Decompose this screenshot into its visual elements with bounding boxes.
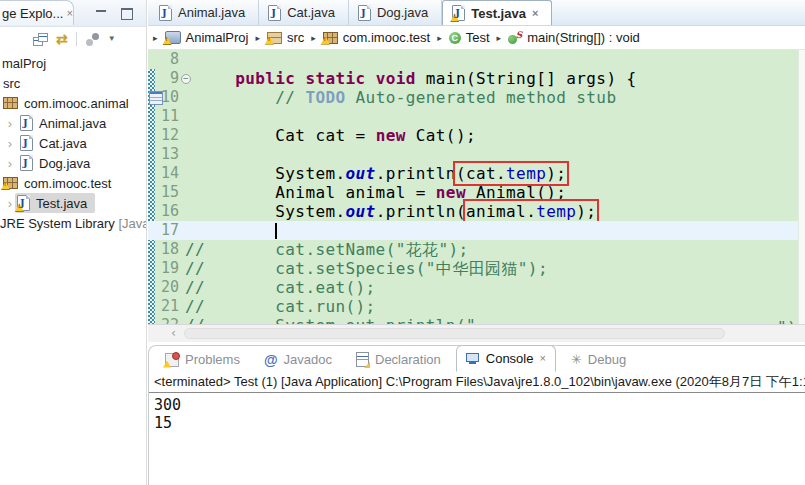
line-number: 13 [148,145,179,164]
code-token: new [376,126,406,145]
tree-item-cat-java[interactable]: ›Cat.java [0,133,146,153]
code-line-10[interactable]: 10 // TODO Auto-generated method stub [148,88,805,107]
bottom-tab-label: Problems [185,352,240,367]
bottom-tab-problems[interactable]: Problems [156,347,249,372]
breadcrumb-item-main-string-void[interactable]: main(String[]) : void [508,30,640,45]
line-number: 20 [148,278,179,297]
editor-tab-cat-java[interactable]: Cat.java [259,0,349,25]
console-icon [466,353,480,365]
src-folder-icon [267,32,282,44]
jfile-icon [20,115,33,131]
code-token: System. [185,202,346,221]
bottom-tab-label: Console [486,351,534,366]
editor-tab-label: Dog.java [377,5,428,20]
tree-item-malproj[interactable]: malProj [0,53,146,73]
close-icon[interactable]: × [532,8,538,19]
package-explorer-view-tab[interactable]: ge Explo... × [0,0,74,25]
code-token: Animal animal = [185,183,436,202]
collapse-all-icon[interactable] [33,33,48,46]
code-line-16[interactable]: 16 System.out.println(animal.temp); [148,202,805,221]
code-token [185,88,275,107]
horizontal-scrollbar[interactable]: ‹ [148,324,805,342]
problems-icon [165,353,179,367]
code-token: Animal(); [466,183,566,202]
code-line-11[interactable]: 11 [148,107,805,126]
breadcrumb-label: main(String[]) : void [527,30,640,45]
breadcrumb-item-test[interactable]: CTest [449,30,490,45]
scroll-left-icon[interactable]: ‹ [170,326,178,340]
code-token: ); [576,202,596,221]
bottom-tab-console[interactable]: Console× [456,345,556,372]
warning-overlay-icon [265,36,274,45]
focus-icon[interactable] [85,33,100,46]
code-line-20[interactable]: 20// cat.eat(); [148,278,805,297]
code-line-19[interactable]: 19// cat.setSpecies("中华田园猫"); [148,259,805,278]
breadcrumb-item-src[interactable]: src [267,30,304,45]
fold-marker-icon[interactable]: − [181,74,191,84]
editor-tab-animal-java[interactable]: Animal.java [150,0,259,25]
minimize-icon[interactable] [96,9,106,19]
package-icon [3,97,18,109]
maximize-icon[interactable] [121,8,133,20]
code-token: temp [536,202,576,221]
view-window-buttons [96,7,133,20]
tree-item-test-java[interactable]: ›Test.java [0,193,146,213]
static-method-icon [508,31,522,44]
tree-item-label: Animal.java [39,116,106,131]
javadoc-icon: @ [264,353,278,367]
code-token: .println [376,164,456,183]
code-token: Cat cat = [185,126,376,145]
bottom-tab-declaration[interactable]: Declaration [347,347,450,372]
jfile-icon [20,155,33,171]
eclipse-window: { "package_explorer": { "title": "ge Exp… [0,0,805,485]
tree-item-decoration: [Java [115,216,146,231]
code-line-15[interactable]: 15 Animal animal = new Animal(); [148,183,805,202]
breadcrumb-item-animalproj[interactable]: AnimalProj [165,30,249,45]
code-token: ( [456,202,466,221]
code-line-18[interactable]: 18// cat.setName("花花"); [148,240,805,259]
code-token: // cat.eat(); [185,278,376,297]
tree-item-com-imooc-animal[interactable]: com.imooc.animal [0,93,146,113]
code-token: TODO [305,88,345,107]
code-line-13[interactable]: 13 [148,145,805,164]
code-editor[interactable]: 89− public static void main(String[] arg… [148,50,805,342]
scrollbar-thumb[interactable] [184,328,725,339]
link-with-editor-icon[interactable]: ⇄ [56,32,68,46]
code-token: // cat.setSpecies("中华田园猫"); [185,259,548,278]
close-icon[interactable]: × [67,8,73,19]
panel-sash[interactable] [146,0,147,485]
bottom-tab-debug[interactable]: ✳Debug [562,347,635,372]
code-line-8[interactable]: 8 [148,50,805,69]
chevron-icon: › [5,117,15,130]
bottom-tab-javadoc[interactable]: @Javadoc [255,347,341,372]
package-icon [3,177,18,189]
task-marker-icon [149,91,163,105]
code-token: System. [185,164,346,183]
tree-item-src[interactable]: src [0,73,146,93]
warning-overlay-icon [163,36,172,45]
editor-tab-dog-java[interactable]: Dog.java [349,0,442,25]
breadcrumb-label: com.imooc.test [343,30,430,45]
code-token: (cat. [456,164,506,183]
view-menu-icon[interactable]: ▼ [108,35,116,43]
code-line-14[interactable]: 14 System.out.println(cat.temp); [148,164,805,183]
package-explorer-toolbar: ⇄ ▼ [0,27,146,51]
code-token: new [436,183,466,202]
close-icon[interactable]: × [539,353,545,364]
warning-overlay-icon [450,13,459,22]
tree-item-label: com.imooc.test [24,176,111,191]
breadcrumb: ▸AnimalProj▸src▸com.imooc.test▸CTest▸mai… [148,26,805,50]
editor-tab-test-java[interactable]: Test.java× [442,0,552,25]
code-line-12[interactable]: 12 Cat cat = new Cat(); [148,126,805,145]
bottom-tab-label: Declaration [375,352,441,367]
tree-item-jre-system-library[interactable]: JRE System Library [Java [0,213,146,233]
package-explorer-tab-strip: ge Explo... × [0,0,146,27]
code-line-21[interactable]: 21// cat.run(); [148,297,805,316]
text-caret [275,223,277,239]
breadcrumb-item-com-imooc-test[interactable]: com.imooc.test [323,30,430,45]
tree-item-dog-java[interactable]: ›Dog.java [0,153,146,173]
code-line-17[interactable]: 17 [148,221,805,240]
tree-item-animal-java[interactable]: ›Animal.java [0,113,146,133]
code-line-9[interactable]: 9− public static void main(String[] args… [148,69,805,88]
tree-item-com-imooc-test[interactable]: com.imooc.test [0,173,146,193]
